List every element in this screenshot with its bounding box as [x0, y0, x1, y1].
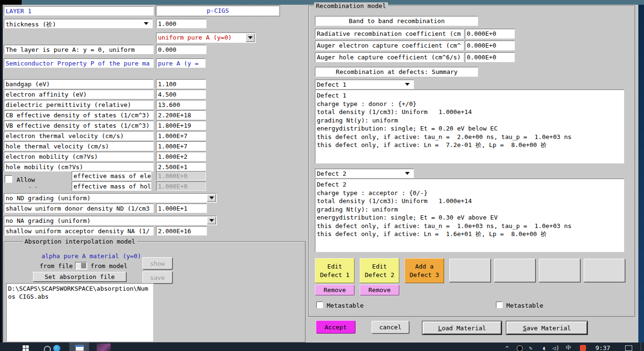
- show-button[interactable]: show: [142, 257, 173, 269]
- edit-defect1-button[interactable]: Edit Defect 1: [315, 258, 355, 283]
- chevron-down-icon[interactable]: [246, 33, 255, 42]
- show-desktop-button[interactable]: [641, 343, 641, 351]
- defects-summary-header: Recombination at defects: Summary: [315, 67, 478, 77]
- allow-sublabel: - -: [28, 184, 38, 190]
- band-to-band-header: Band to band recombination: [315, 16, 478, 26]
- property-value-input[interactable]: 4.500: [156, 90, 206, 99]
- taskbar: ^ ✎ ◖ ◁) 中 9:37: [0, 343, 644, 351]
- coefficient-input[interactable]: 0.000E+0: [465, 29, 515, 39]
- defect1-combo[interactable]: Defect 1: [315, 80, 414, 89]
- absorption-file-path: D:\SCAPS\SCAPSWORKSPACE\absorption\Numos…: [6, 283, 153, 342]
- property-label: electron affinity (eV): [4, 90, 154, 99]
- allow-label: Allow: [17, 176, 35, 183]
- coefficient-input[interactable]: 0.000E+0: [465, 41, 515, 50]
- effective-mass-label: effective mass of hol: [72, 181, 151, 191]
- allow-checkbox[interactable]: [5, 175, 12, 183]
- property-value-input[interactable]: 2.200E+18: [156, 110, 206, 120]
- coefficient-input[interactable]: 0.000E+0: [465, 52, 515, 62]
- volume-icon[interactable]: ◁): [553, 345, 559, 351]
- effective-mass-value-input[interactable]: 1.000E+0: [156, 181, 206, 191]
- defect2-combo[interactable]: Defect 2: [315, 169, 414, 178]
- cancel-button[interactable]: cancel: [372, 321, 409, 334]
- edit-defect2-button[interactable]: Edit Defect 2: [360, 258, 399, 283]
- pure-layer-value-input[interactable]: 0.000: [156, 45, 206, 54]
- metastable2-label: Metastable: [506, 302, 543, 309]
- start-button-icon[interactable]: [23, 345, 29, 351]
- load-material-button[interactable]: Load Material: [422, 321, 502, 335]
- defect1-combo-label: Defect 1: [317, 81, 347, 88]
- property-label: dielectric permittivity (relative): [4, 100, 154, 109]
- desktop-edge-right: [638, 5, 644, 343]
- remove-defect2-button[interactable]: Remove: [360, 285, 399, 295]
- chevron-down-icon[interactable]: [207, 217, 216, 224]
- na-density-input[interactable]: 2.000E+16: [156, 226, 207, 236]
- save-button[interactable]: save: [142, 271, 173, 284]
- coefficient-label: Auger hole capture coefficient (cm^6/s): [315, 52, 464, 62]
- accept-button[interactable]: Accept: [316, 320, 355, 334]
- chevron-down-icon: [405, 172, 410, 175]
- property-label: hole thermal velocity (cm/s): [4, 141, 154, 151]
- screen: LAYER 1 p-CIGS thickness (祄) 1.000 unifo…: [0, 0, 644, 351]
- property-label: electron mobility (cm?Vs): [4, 152, 154, 161]
- defect2-combo-label: Defect 2: [317, 170, 347, 177]
- na-grading-label: no NA grading (uniform): [6, 217, 91, 224]
- ime-language-indicator[interactable]: 中: [566, 345, 571, 351]
- pure-layer-note-field: The layer is pure A: y = 0, uniform: [4, 45, 154, 54]
- metastable1-label: Metastable: [327, 302, 363, 309]
- set-absorption-file-button[interactable]: Set absorption file: [33, 272, 126, 282]
- layer-name-field: LAYER 1: [4, 6, 154, 16]
- from-model-label: from model: [91, 262, 127, 269]
- clock[interactable]: 9:37: [595, 344, 610, 351]
- property-value-input[interactable]: 1.000E+7: [156, 131, 206, 140]
- titlebar-left-fragment: [0, 0, 22, 5]
- network-icon[interactable]: ◖: [542, 345, 545, 351]
- chevron-down-icon: [144, 22, 149, 25]
- na-grading-combo[interactable]: no NA grading (uniform): [4, 216, 217, 225]
- property-value-input[interactable]: 1.800E+19: [156, 121, 206, 130]
- coefficient-label: Auger electron capture coefficient (cm^: [315, 41, 464, 50]
- material-name-input[interactable]: p-CIGS: [156, 6, 279, 16]
- alpha-material-label: alpha pure A material (y=0): [41, 253, 141, 260]
- defect-slot-button: [494, 259, 536, 282]
- tray-expand-icon[interactable]: ^: [505, 346, 509, 351]
- thickness-combo[interactable]: thickness (祄): [4, 19, 153, 28]
- thickness-value-input[interactable]: 1.000: [156, 19, 206, 28]
- chevron-down-icon: [405, 83, 410, 86]
- remove-defect1-button[interactable]: Remove: [315, 285, 355, 295]
- semiconductor-property-value: pure A (y =: [156, 58, 206, 68]
- toggle-track: [81, 263, 86, 269]
- property-value-input[interactable]: 13.600: [156, 100, 206, 109]
- recombination-group-title: Recombination model: [314, 2, 388, 9]
- tray-pen-icon[interactable]: ✎: [529, 345, 532, 351]
- coefficient-label: Radiative recombination coefficient (cm: [315, 29, 464, 39]
- nd-grading-combo[interactable]: no ND grading (uniform): [4, 193, 217, 203]
- search-icon[interactable]: [44, 346, 51, 351]
- defect-slot-button: [539, 259, 580, 282]
- property-label: bandgap (eV): [4, 79, 154, 89]
- chevron-down-icon[interactable]: [207, 194, 216, 202]
- absorption-source-toggle[interactable]: [75, 262, 87, 269]
- property-value-input[interactable]: 2.500E+1: [156, 162, 206, 171]
- effective-mass-value-input[interactable]: 1.000E+0: [156, 171, 206, 180]
- property-value-input[interactable]: 1.000E+7: [156, 141, 206, 151]
- property-label: CB effective density of states (1/cm^3): [4, 110, 154, 120]
- tray-app-icon[interactable]: [517, 345, 523, 351]
- property-value-input[interactable]: 1.100: [156, 79, 206, 89]
- property-value-input[interactable]: 1.000E+2: [156, 152, 206, 161]
- composition-grading-combo[interactable]: uniform pure A (y=0): [156, 33, 256, 43]
- metastable1-checkbox[interactable]: [316, 302, 323, 308]
- composition-grading-label: uniform pure A (y=0): [158, 34, 232, 41]
- nd-density-input[interactable]: 1.000E+1: [156, 204, 207, 213]
- effective-mass-label: effective mass of ele: [72, 171, 151, 180]
- property-label: hole mobility (cm?Vs): [4, 162, 154, 171]
- add-defect3-button[interactable]: Add a Defect 3: [405, 258, 444, 283]
- image-app-icon[interactable]: [97, 343, 111, 351]
- property-label: electron thermal velocity (cm/s): [4, 131, 154, 140]
- action-center-icon[interactable]: [625, 345, 632, 351]
- thickness-combo-label: thickness (祄): [6, 21, 56, 28]
- active-app-tile[interactable]: [69, 343, 89, 351]
- save-material-button[interactable]: Save Material: [506, 321, 587, 335]
- metastable2-checkbox[interactable]: [496, 302, 503, 308]
- edge-browser-icon[interactable]: [53, 345, 60, 351]
- tray-red-app-icon[interactable]: [580, 345, 586, 351]
